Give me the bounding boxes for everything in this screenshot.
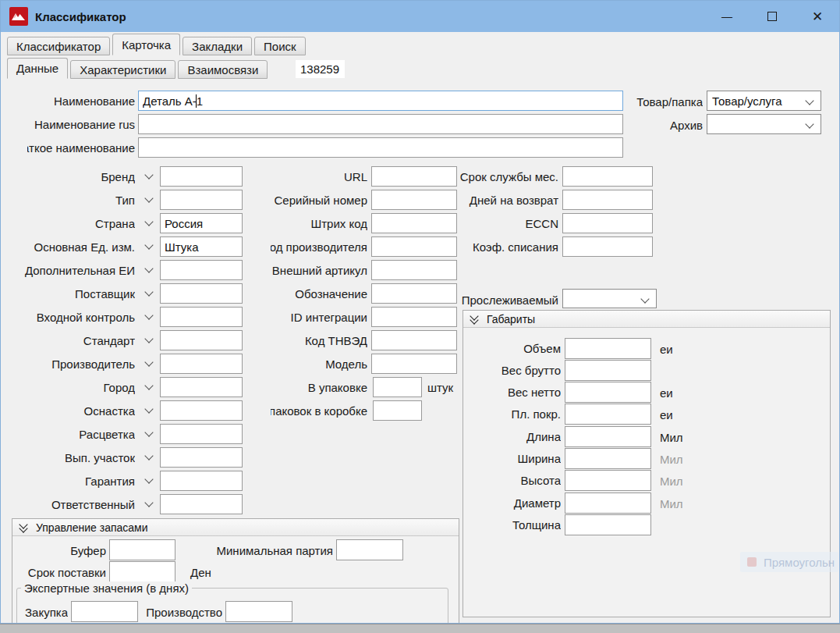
integration-id-input[interactable] <box>371 307 457 327</box>
name-input[interactable] <box>138 91 623 111</box>
diameter-input[interactable] <box>565 493 651 514</box>
width-input[interactable] <box>565 448 651 469</box>
color-scheme-label: Расцветка <box>1 428 135 441</box>
name-rus-input[interactable] <box>138 114 623 134</box>
coating-area-input[interactable] <box>565 404 651 425</box>
min-batch-label: Минимальная партия <box>204 544 333 557</box>
base-unit-dropdown-button[interactable] <box>138 236 159 257</box>
additional-unit-dropdown-button[interactable] <box>138 260 159 280</box>
purchase-input[interactable] <box>71 601 138 622</box>
chevron-down-icon <box>144 498 153 507</box>
chevron-down-icon <box>144 170 153 179</box>
standard-dropdown-button[interactable] <box>138 330 159 350</box>
tab-relations[interactable]: Взаимосвязи <box>178 60 268 79</box>
brand-label: Бренд <box>1 170 135 183</box>
net-weight-input[interactable] <box>565 382 651 403</box>
height-label: Высота <box>469 474 561 487</box>
production-input[interactable] <box>225 601 292 622</box>
tab-bookmarks[interactable]: Закладки <box>183 37 252 55</box>
production-area-dropdown-button[interactable] <box>138 447 159 468</box>
manufacturer-dropdown-button[interactable] <box>138 354 159 374</box>
tnved-code-label: Код ТНВЭД <box>271 334 367 347</box>
traceable-combo[interactable] <box>562 289 657 308</box>
city-input[interactable] <box>160 377 243 397</box>
close-button[interactable]: ✕ <box>799 1 835 32</box>
manufacturer-label: Производитель <box>1 357 135 371</box>
height-input[interactable] <box>565 470 651 491</box>
designation-input[interactable] <box>371 283 457 304</box>
tooling-input[interactable] <box>160 400 243 421</box>
dimensions-group-header[interactable]: Габариты <box>463 311 830 328</box>
responsible-input[interactable] <box>160 494 243 514</box>
buffer-input[interactable] <box>109 539 175 560</box>
manufacturer-code-input[interactable] <box>371 236 457 257</box>
type-label: Тип <box>1 194 135 207</box>
serial-number-input[interactable] <box>371 190 457 210</box>
per-package-unit: штук <box>427 381 453 394</box>
country-input[interactable] <box>160 213 243 233</box>
model-input[interactable] <box>371 354 457 374</box>
standard-input[interactable] <box>160 330 243 350</box>
external-article-input[interactable] <box>371 260 457 280</box>
color-scheme-dropdown-button[interactable] <box>138 424 159 444</box>
lead-time-input[interactable] <box>109 561 175 582</box>
eccn-input[interactable] <box>562 213 653 233</box>
additional-unit-input[interactable] <box>160 260 243 280</box>
maximize-button[interactable] <box>754 1 790 32</box>
type-dropdown-button[interactable] <box>138 190 159 210</box>
short-name-input[interactable] <box>138 137 623 158</box>
tab-data[interactable]: Данные <box>7 58 68 79</box>
warranty-input[interactable] <box>160 471 243 491</box>
eccn-label: ECCN <box>452 217 558 230</box>
volume-input[interactable] <box>565 338 651 359</box>
manufacturer-input[interactable] <box>160 354 243 374</box>
archive-label: Архив <box>609 119 703 132</box>
packages-per-box-input[interactable] <box>373 400 422 421</box>
incoming-control-input[interactable] <box>160 307 243 327</box>
city-dropdown-button[interactable] <box>138 377 159 397</box>
coating-area-label: Пл. покр. <box>469 407 561 421</box>
base-unit-label: Основная Ед. изм. <box>1 240 135 254</box>
ghost-rectangle-tool-overlay: Прямоугольн <box>740 552 838 572</box>
thickness-input[interactable] <box>565 514 651 535</box>
minimize-button[interactable]: — <box>709 1 745 32</box>
supplier-dropdown-button[interactable] <box>138 283 159 304</box>
type-input[interactable] <box>160 190 243 210</box>
warranty-dropdown-button[interactable] <box>138 471 159 491</box>
incoming-control-dropdown-button[interactable] <box>138 307 159 327</box>
length-input[interactable] <box>565 426 651 447</box>
min-batch-input[interactable] <box>336 539 403 560</box>
tab-classifier[interactable]: Классификатор <box>7 37 110 55</box>
production-area-input[interactable] <box>160 447 243 468</box>
per-package-input[interactable] <box>373 377 422 397</box>
desktop-screen: Классификатор — ✕ Классификатор Карточка… <box>0 0 840 633</box>
inventory-group-header[interactable]: Управление запасами <box>12 519 459 536</box>
tooling-dropdown-button[interactable] <box>138 400 159 421</box>
archive-combo[interactable] <box>707 114 821 134</box>
supplier-input[interactable] <box>160 283 243 304</box>
tab-card[interactable]: Карточка <box>112 34 180 55</box>
tnved-code-input[interactable] <box>371 330 457 350</box>
tab-characteristics[interactable]: Характеристики <box>70 60 175 79</box>
record-id-field[interactable] <box>296 60 345 78</box>
brand-dropdown-button[interactable] <box>138 166 159 187</box>
title-bar: Классификатор — ✕ <box>1 1 839 32</box>
return-days-input[interactable] <box>562 190 653 210</box>
short-name-label: Краткое наименование <box>27 141 135 155</box>
designation-label: Обозначение <box>271 287 367 300</box>
incoming-control-label: Входной контроль <box>1 311 135 324</box>
country-dropdown-button[interactable] <box>138 213 159 233</box>
responsible-dropdown-button[interactable] <box>138 494 159 514</box>
gross-weight-input[interactable] <box>565 360 651 381</box>
diameter-label: Диаметр <box>469 496 561 510</box>
base-unit-input[interactable] <box>160 236 243 257</box>
color-scheme-input[interactable] <box>160 424 243 444</box>
main-tab-bar: Классификатор Карточка Закладки Поиск <box>7 34 306 55</box>
tab-search[interactable]: Поиск <box>254 37 306 55</box>
service-life-input[interactable] <box>562 166 653 187</box>
url-input[interactable] <box>371 166 457 187</box>
brand-input[interactable] <box>160 166 243 187</box>
barcode-input[interactable] <box>371 213 457 233</box>
item-folder-combo[interactable]: Товар/услуга <box>707 91 821 111</box>
writeoff-coef-input[interactable] <box>562 236 653 257</box>
